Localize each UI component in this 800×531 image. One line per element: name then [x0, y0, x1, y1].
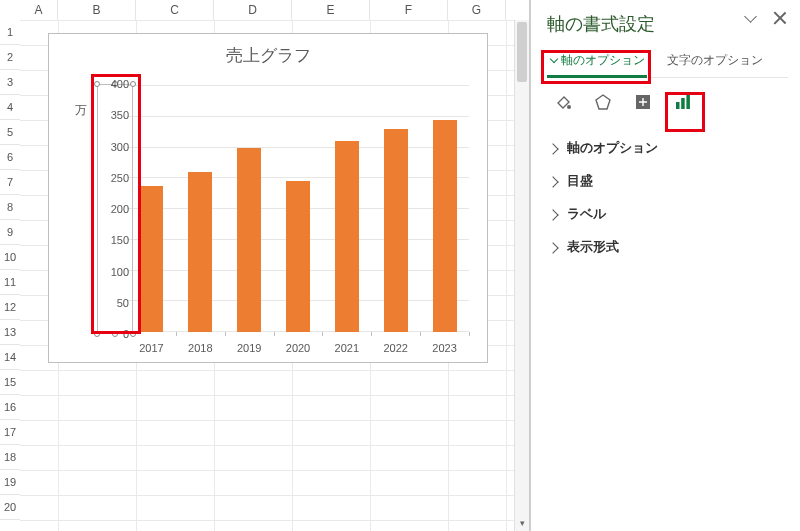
chevron-right-icon [547, 209, 558, 220]
row-header[interactable]: 19 [0, 470, 20, 495]
pentagon-icon[interactable] [591, 90, 615, 114]
row-header[interactable]: 13 [0, 320, 20, 345]
row-header[interactable]: 16 [0, 395, 20, 420]
scroll-down-arrow[interactable]: ▾ [515, 516, 529, 531]
x-tick-label: 2023 [432, 342, 456, 354]
col-header[interactable]: A [20, 0, 58, 20]
bar[interactable] [335, 141, 359, 332]
chevron-right-icon [547, 143, 558, 154]
svg-rect-5 [686, 95, 690, 109]
tab-label: 文字のオプション [667, 53, 763, 67]
svg-marker-1 [596, 95, 610, 109]
gridline [127, 116, 469, 117]
y-tick-label: 350 [111, 109, 129, 121]
chart-object[interactable]: 売上グラフ 万 2017201820192020202120222023 050… [48, 33, 488, 363]
column-headers: A B C D E F G [20, 0, 529, 20]
tab-label: 軸のオプション [561, 53, 645, 67]
row-header[interactable]: 18 [0, 445, 20, 470]
col-header[interactable]: E [292, 0, 370, 20]
row-headers: 1 2 3 4 5 6 7 8 9 10 11 12 13 14 15 16 1… [0, 20, 20, 520]
gridline [127, 85, 469, 86]
row-header[interactable]: 7 [0, 170, 20, 195]
app-root: A B C D E F G 1 2 3 4 5 6 7 8 9 10 11 12… [0, 0, 800, 531]
section-label: 表示形式 [567, 239, 619, 256]
gridline [127, 147, 469, 148]
scrollbar-thumb[interactable] [517, 22, 527, 82]
bar[interactable] [433, 120, 457, 332]
row-header[interactable]: 1 [0, 20, 20, 45]
axis-unit-label: 万 [75, 102, 87, 119]
selection-handle[interactable] [94, 81, 100, 87]
row-header[interactable]: 5 [0, 120, 20, 145]
svg-rect-3 [676, 102, 680, 109]
section-label: 軸のオプション [567, 140, 658, 157]
selection-handle[interactable] [130, 81, 136, 87]
close-icon[interactable] [772, 10, 788, 26]
fill-bucket-icon[interactable] [551, 90, 575, 114]
row-header[interactable]: 12 [0, 295, 20, 320]
bar[interactable] [188, 172, 212, 332]
size-props-icon[interactable] [631, 90, 655, 114]
section-label: ラベル [567, 206, 606, 223]
x-tick-label: 2017 [139, 342, 163, 354]
bar[interactable] [384, 129, 408, 332]
format-pane: 軸の書式設定 軸のオプション 文字のオプション [530, 0, 800, 531]
row-header[interactable]: 20 [0, 495, 20, 520]
row-header[interactable]: 15 [0, 370, 20, 395]
section-tick[interactable]: 目盛 [547, 165, 788, 198]
section-label[interactable]: ラベル [547, 198, 788, 231]
x-tick-label: 2022 [383, 342, 407, 354]
col-header[interactable]: F [370, 0, 448, 20]
pane-tabs: 軸のオプション 文字のオプション [547, 48, 788, 78]
bar[interactable] [139, 186, 163, 332]
plot-area[interactable]: 2017201820192020202120222023 [127, 86, 469, 332]
vertical-axis[interactable]: 050100150200250300350400 [97, 84, 133, 334]
x-tick-label: 2019 [237, 342, 261, 354]
col-header[interactable]: B [58, 0, 136, 20]
section-label: 目盛 [567, 173, 593, 190]
row-header[interactable]: 9 [0, 220, 20, 245]
col-header[interactable]: G [448, 0, 506, 20]
y-tick-label: 300 [111, 141, 129, 153]
x-tick-label: 2018 [188, 342, 212, 354]
gridline [127, 177, 469, 178]
row-header[interactable]: 10 [0, 245, 20, 270]
row-header[interactable]: 8 [0, 195, 20, 220]
svg-rect-4 [681, 98, 685, 109]
section-number-format[interactable]: 表示形式 [547, 231, 788, 264]
y-tick-label: 0 [123, 328, 129, 340]
y-tick-label: 250 [111, 172, 129, 184]
selection-handle[interactable] [130, 331, 136, 337]
row-header[interactable]: 3 [0, 70, 20, 95]
y-tick-label: 200 [111, 203, 129, 215]
row-header[interactable]: 14 [0, 345, 20, 370]
selection-handle[interactable] [112, 331, 118, 337]
row-header[interactable]: 4 [0, 95, 20, 120]
chevron-down-icon [549, 54, 559, 64]
row-header[interactable]: 11 [0, 270, 20, 295]
row-header[interactable]: 17 [0, 420, 20, 445]
worksheet: A B C D E F G 1 2 3 4 5 6 7 8 9 10 11 12… [0, 0, 530, 531]
bar[interactable] [286, 181, 310, 332]
col-header[interactable]: D [214, 0, 292, 20]
x-tick-label: 2020 [286, 342, 310, 354]
chevron-right-icon [547, 176, 558, 187]
row-header[interactable]: 6 [0, 145, 20, 170]
collapse-icon[interactable] [744, 12, 760, 22]
chevron-right-icon [547, 242, 558, 253]
y-tick-label: 100 [111, 266, 129, 278]
section-axis-options[interactable]: 軸のオプション [547, 132, 788, 165]
col-header[interactable]: C [136, 0, 214, 20]
svg-point-0 [567, 105, 571, 109]
selection-handle[interactable] [94, 331, 100, 337]
row-header[interactable]: 2 [0, 45, 20, 70]
vertical-scrollbar[interactable]: ▾ [514, 20, 529, 531]
bar-chart-icon[interactable] [671, 90, 695, 114]
tab-text-options[interactable]: 文字のオプション [665, 48, 765, 77]
chart-title[interactable]: 売上グラフ [49, 44, 487, 67]
pane-icon-row [551, 90, 788, 114]
x-tick-label: 2021 [335, 342, 359, 354]
tab-axis-options[interactable]: 軸のオプション [547, 48, 647, 77]
y-tick-label: 400 [111, 78, 129, 90]
bar[interactable] [237, 148, 261, 333]
